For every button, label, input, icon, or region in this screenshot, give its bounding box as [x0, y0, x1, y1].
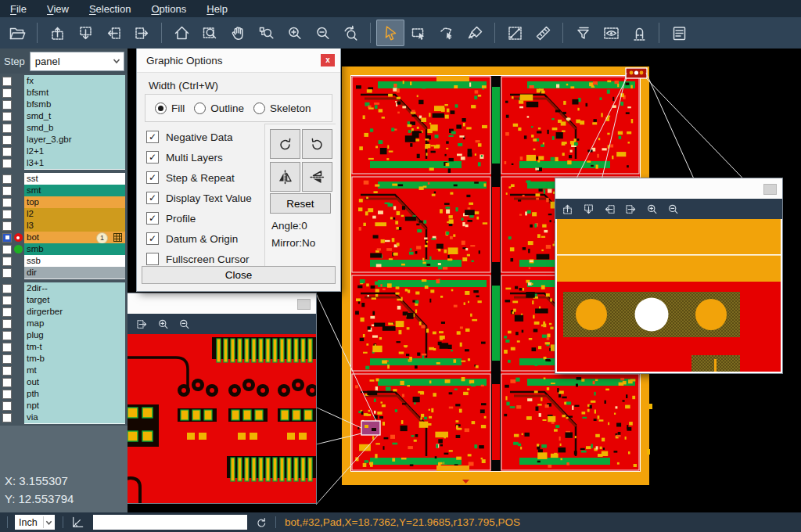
layer-visibility-checkbox[interactable] — [2, 257, 12, 266]
radio-fill[interactable]: Fill — [155, 102, 185, 114]
layer-visibility-checkbox[interactable] — [2, 210, 12, 219]
magnet-button[interactable] — [625, 20, 653, 46]
checkbox-step-repeat[interactable]: ✓Step & Repeat — [146, 167, 252, 188]
pan-hand-button[interactable] — [224, 20, 252, 46]
layer-visibility-checkbox[interactable] — [2, 284, 12, 293]
box-right-button[interactable] — [128, 20, 156, 46]
mirror-h-button[interactable] — [270, 162, 300, 192]
zoom-out-button[interactable] — [174, 315, 195, 333]
layer-visibility-checkbox[interactable] — [2, 378, 12, 387]
filter-button[interactable] — [569, 20, 597, 46]
zoom-in-button[interactable] — [153, 315, 174, 333]
cursor-button[interactable] — [376, 20, 404, 46]
layer-row-smt[interactable]: smt — [0, 185, 125, 196]
layer-visibility-checkbox[interactable] — [2, 198, 12, 207]
layer-row-bfsmt[interactable]: bfsmt — [0, 87, 125, 99]
select-poly-button[interactable] — [433, 20, 461, 46]
step-dropdown[interactable]: panel — [30, 52, 124, 71]
layer-row-sst[interactable]: sst — [0, 173, 125, 185]
layer-row-fx[interactable]: fx — [0, 75, 125, 87]
layer-visibility-checkbox[interactable] — [2, 100, 12, 110]
layer-visibility-checkbox[interactable] — [2, 331, 12, 340]
box-left-button[interactable] — [599, 200, 620, 218]
zoom-object-button[interactable] — [252, 20, 280, 46]
layer-row-dir[interactable]: dir — [0, 267, 125, 279]
rotate-cw-button[interactable] — [270, 129, 300, 159]
layer-row-out[interactable]: out — [0, 376, 125, 388]
layer-visibility-checkbox[interactable] — [2, 354, 12, 364]
layer-visibility-checkbox[interactable] — [2, 112, 12, 121]
dialog-titlebar[interactable]: Graphic Options x — [137, 49, 340, 73]
layer-visibility-checkbox[interactable] — [2, 413, 12, 422]
layer-row-mt[interactable]: mt — [0, 365, 125, 376]
zoom-in-button[interactable] — [280, 20, 308, 46]
layer-row-tm-t[interactable]: tm-t — [0, 341, 125, 353]
layer-row-smd_t[interactable]: smd_t — [0, 110, 125, 122]
layer-row-l2+1[interactable]: l2+1 — [0, 146, 125, 157]
checkbox-datum-origin[interactable]: ✓Datum & Origin — [146, 228, 252, 249]
layer-row-dirgerber[interactable]: dirgerber — [0, 306, 125, 318]
layer-row-l3[interactable]: l3 — [0, 220, 125, 232]
layer-visibility-checkbox[interactable] — [2, 268, 12, 278]
layer-visibility-checkbox[interactable] — [2, 124, 12, 133]
zoom-window-button[interactable] — [196, 20, 224, 46]
layer-visibility-checkbox[interactable] — [2, 401, 12, 411]
layer-visibility-checkbox[interactable] — [2, 88, 12, 98]
radio-outline[interactable]: Outline — [194, 102, 244, 114]
reset-button[interactable]: Reset — [270, 193, 331, 214]
rotate-ccw-button[interactable] — [302, 129, 332, 159]
layer-row-plug[interactable]: plug — [0, 329, 125, 341]
ruler-button[interactable] — [529, 20, 557, 46]
box-down-button[interactable] — [578, 200, 599, 218]
mirror-v-button[interactable] — [302, 162, 332, 192]
box-up-button[interactable] — [557, 200, 578, 218]
zoom-out-button[interactable] — [308, 20, 336, 46]
layer-visibility-checkbox[interactable] — [2, 186, 12, 196]
window-button[interactable] — [763, 184, 777, 195]
box-right-button[interactable] — [131, 315, 153, 333]
layer-row-l2[interactable]: l2 — [0, 208, 125, 220]
layer-visibility-checkbox[interactable] — [2, 245, 12, 254]
layer-row-layer_3.gbr[interactable]: layer_3.gbr — [0, 134, 125, 146]
layer-row-smd_b[interactable]: smd_b — [0, 122, 125, 134]
layer-visibility-checkbox[interactable] — [2, 147, 12, 156]
folder-button[interactable] — [3, 20, 31, 46]
close-icon[interactable]: x — [321, 54, 335, 66]
layer-visibility-checkbox[interactable] — [2, 221, 12, 231]
layer-row-tm-b[interactable]: tm-b — [0, 353, 125, 365]
layer-row-l3+1[interactable]: l3+1 — [0, 157, 125, 169]
checkbox-multi-layers[interactable]: ✓Multi Layers — [146, 147, 252, 167]
zoom-in-button[interactable] — [641, 200, 663, 218]
layer-visibility-checkbox[interactable] — [2, 296, 12, 305]
layer-visibility-checkbox[interactable] — [2, 159, 12, 168]
radio-skeleton[interactable]: Skeleton — [253, 102, 311, 114]
layer-row-npt[interactable]: npt — [0, 400, 125, 412]
layer-row-via[interactable]: via — [0, 412, 125, 423]
command-input[interactable] — [93, 515, 247, 530]
home-button[interactable] — [167, 20, 196, 46]
layer-row-bfsmb[interactable]: bfsmb — [0, 99, 125, 110]
select-rect-button[interactable] — [404, 20, 433, 46]
layer-visibility-checkbox[interactable] — [2, 233, 12, 243]
layer-row-ssb[interactable]: ssb — [0, 255, 125, 267]
checkbox-profile[interactable]: ✓Profile — [146, 208, 252, 228]
unit-dropdown[interactable]: Inch — [15, 515, 55, 530]
layer-visibility-checkbox[interactable] — [2, 307, 12, 317]
checkbox-negative-data[interactable]: ✓Negative Data — [146, 127, 252, 147]
measure-button[interactable] — [501, 20, 529, 46]
menu-options[interactable]: Options — [141, 0, 196, 17]
menu-view[interactable]: View — [37, 0, 79, 17]
layer-row-2dir--[interactable]: 2dir-- — [0, 282, 125, 294]
box-right-button[interactable] — [620, 200, 641, 218]
zoom-out-button[interactable] — [663, 200, 684, 218]
layer-row-top[interactable]: top — [0, 196, 125, 208]
box-left-button[interactable] — [99, 20, 128, 46]
checkbox-display-text-value[interactable]: ✓Display Text Value — [146, 188, 252, 208]
zoom-window-2-titlebar[interactable] — [555, 178, 782, 199]
eye-button[interactable] — [597, 20, 625, 46]
menu-selection[interactable]: Selection — [79, 0, 141, 17]
menu-file[interactable]: File — [0, 0, 37, 17]
close-button[interactable]: Close — [142, 266, 336, 284]
layer-visibility-checkbox[interactable] — [2, 174, 12, 184]
zoom-window-2[interactable] — [555, 178, 782, 373]
